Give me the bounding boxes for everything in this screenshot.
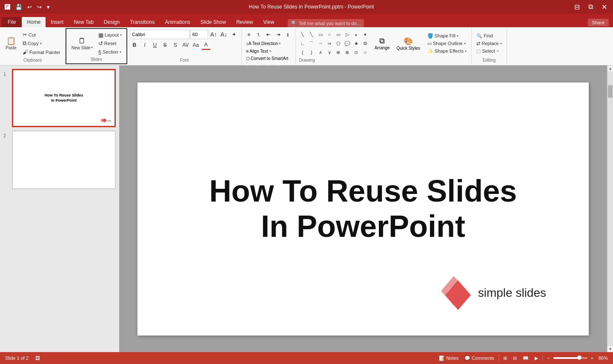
tab-newtab[interactable]: New Tab [69,17,98,27]
comments-button[interactable]: 💬 Comments [463,355,496,362]
underline-button[interactable]: U [150,40,160,50]
share-button[interactable]: Share [584,18,613,27]
reading-view-button[interactable]: 📖 [521,355,530,362]
decrease-font-button[interactable]: A↓ [219,30,229,39]
shadow-button[interactable]: S [171,40,180,50]
slide-thumb-1[interactable]: How To Reuse SlidesIn PowerPoint simple … [12,69,116,127]
minimize-button[interactable]: ⊟ [572,2,582,12]
font-name-input[interactable] [130,30,189,39]
quick-styles-button[interactable]: 🎨 Quick Styles [394,35,423,52]
tab-review[interactable]: Review [231,17,258,27]
shape-arrow2[interactable]: → [316,39,325,48]
reset-button[interactable]: ↺ Reset [96,40,124,48]
shape-callout[interactable]: 💬 [343,39,352,48]
shape-s5[interactable]: ⊕ [334,48,343,57]
redo-icon[interactable]: ↪ [36,3,43,11]
close-button[interactable]: ✕ [599,2,610,12]
shape-s4[interactable]: ∨ [325,48,334,57]
shape-angle[interactable]: ∟ [298,39,307,48]
slide-sorter-button[interactable]: ⊟ [511,355,518,362]
paste-button[interactable]: 📋 Paste [3,35,20,52]
numbering-button[interactable]: ⒈ [254,30,264,39]
new-slide-button[interactable]: 🗒 New Slide ▾ [69,35,95,52]
shape-curve[interactable]: ⌒ [307,39,316,48]
undo-icon[interactable]: ↩ [26,3,33,11]
replace-button[interactable]: ⇄ Replace ▾ [474,40,504,47]
shape-line[interactable]: ╲ [298,30,307,39]
select-button[interactable]: ⬚ Select ~ [474,48,504,55]
slide-canvas[interactable]: How To Reuse Slides In PowerPoint simple… [137,82,589,336]
shape-s6[interactable]: ⊗ [343,48,352,57]
columns-button[interactable]: ⫿ [284,30,293,39]
convert-smartart-button[interactable]: ⬡ Convert to SmartArt [244,55,290,62]
shape-more[interactable]: ▾ [361,30,370,39]
shape-custom[interactable]: ⚙ [361,39,370,48]
shape-outline-button[interactable]: ▭ Shape Outline ▾ [425,40,469,47]
shape-s8[interactable]: ☆ [361,48,370,57]
font-case-button[interactable]: Aa [191,40,201,50]
increase-indent-button[interactable]: ⇥ [274,30,283,39]
tab-animations[interactable]: Animations [160,17,195,27]
copy-button[interactable]: ⧉ Copy ▾ [20,39,63,48]
shape-s2[interactable]: } [307,48,316,57]
section-button[interactable]: § Section ▾ [96,48,124,56]
shape-circle[interactable]: ○ [325,30,334,39]
align-text-button[interactable]: ≡ Align Text ~ [244,48,273,54]
shape-effects-button[interactable]: ✨ Shape Effects ▾ [425,48,469,55]
shape-fill-button[interactable]: 🪣 Shape Fill ▾ [425,32,469,40]
notes-button[interactable]: 📝 Notes [437,355,460,362]
tab-home[interactable]: Home [22,17,46,27]
shape-rect2[interactable]: ▭ [334,30,343,39]
tab-design[interactable]: Design [99,17,125,27]
format-painter-button[interactable]: 🖌 Format Painter [20,48,63,56]
shape-s3[interactable]: ∧ [316,48,325,57]
layout-button[interactable]: ▦ Layout ▾ [96,31,124,39]
tab-file[interactable]: File [2,17,22,27]
shape-rect[interactable]: ▭ [316,30,325,39]
slide-thumb-2[interactable] [12,131,116,189]
tab-insert[interactable]: Insert [46,17,69,27]
zoom-slider[interactable] [553,357,587,359]
slide-panel-toggle[interactable]: 🖼 [34,355,42,361]
tab-transitions[interactable]: Transitions [125,17,160,27]
font-size-input[interactable] [190,30,208,39]
text-direction-button[interactable]: ↕A Text Direction ▾ [244,40,282,47]
find-button[interactable]: 🔍 Find [474,32,504,40]
shape-arrow3[interactable]: ⇒ [325,39,334,48]
strikethrough-button[interactable]: S [160,40,170,50]
shape-pentagon[interactable]: ⬠ [334,39,343,48]
font-color-button[interactable]: A [201,40,211,50]
scrollbar-track[interactable] [607,71,613,346]
tab-slideshow[interactable]: Slide Show [195,17,231,27]
zoom-in-button[interactable]: + [589,355,595,361]
scroll-down-button[interactable]: ▼ [607,346,613,352]
shape-s1[interactable]: { [298,48,307,57]
tab-view[interactable]: View [258,17,279,27]
shape-line2[interactable]: ╲ [307,30,316,39]
italic-button[interactable]: I [140,40,149,50]
shape-triangle[interactable]: ▷ [343,30,352,39]
copy-dropdown-arrow: ▾ [40,42,42,46]
search-bar[interactable]: 🔍 Tell me what you want to do... [288,19,364,27]
status-bar: Slide 1 of 2 🖼 📝 Notes 💬 Comments ⊞ ⊟ 📖 … [0,352,613,364]
shape-star[interactable]: ★ [352,39,361,48]
slideshow-button[interactable]: ▶ [533,355,540,362]
clear-format-button[interactable]: ✦ [229,30,239,39]
zoom-out-button[interactable]: − [545,355,551,361]
bullets-button[interactable]: ≡ [244,30,254,39]
arrange-button[interactable]: ⧉ Arrange [372,35,392,52]
normal-view-button[interactable]: ⊞ [501,355,509,362]
cut-button[interactable]: ✂ Cut [20,31,63,39]
customize-icon[interactable]: ▾ [46,3,51,11]
restore-button[interactable]: ⧉ [586,2,596,11]
bold-button[interactable]: B [130,40,139,50]
increase-font-button[interactable]: A↑ [209,30,218,39]
save-icon[interactable]: 💾 [14,3,23,11]
char-spacing-button[interactable]: AV [181,40,190,50]
shape-arrow[interactable]: ⬧ [352,30,361,39]
scroll-up-button[interactable]: ▲ [607,65,613,71]
shape-fill-icon: 🪣 [427,33,433,39]
shape-s7[interactable]: ⊙ [352,48,361,57]
zoom-level[interactable]: 86% [597,355,610,361]
decrease-indent-button[interactable]: ⇤ [264,30,273,39]
